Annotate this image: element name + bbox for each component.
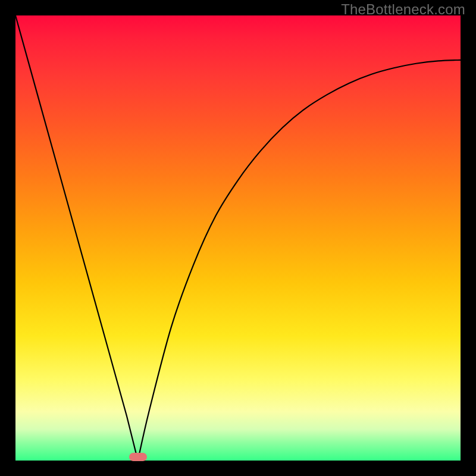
- chart-background-gradient: [15, 15, 461, 461]
- minimum-marker: [129, 453, 147, 461]
- watermark-text: TheBottleneck.com: [341, 1, 465, 18]
